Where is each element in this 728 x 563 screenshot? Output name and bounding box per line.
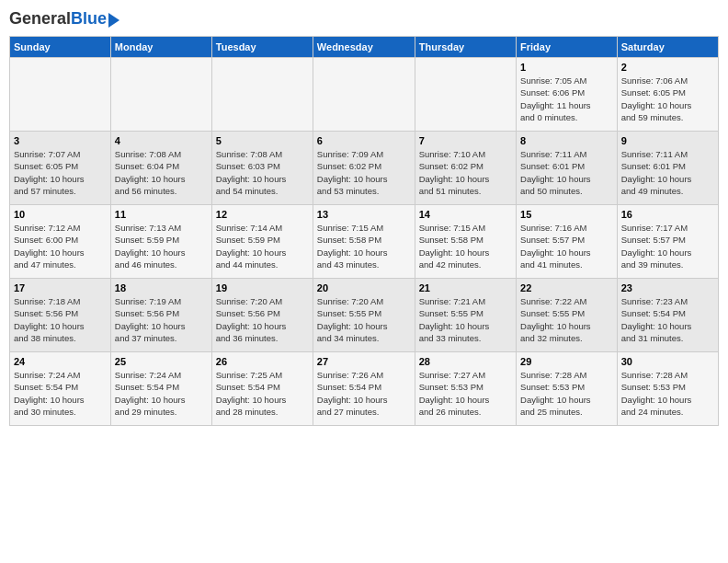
day-info: Sunrise: 7:22 AM Sunset: 5:55 PM Dayligh… bbox=[520, 295, 613, 344]
day-number: 11 bbox=[115, 209, 208, 220]
calendar-cell: 16Sunrise: 7:17 AM Sunset: 5:57 PM Dayli… bbox=[617, 205, 718, 279]
calendar-cell: 28Sunrise: 7:27 AM Sunset: 5:53 PM Dayli… bbox=[415, 352, 516, 426]
day-info: Sunrise: 7:06 AM Sunset: 6:05 PM Dayligh… bbox=[621, 75, 714, 123]
day-number: 24 bbox=[14, 356, 107, 367]
calendar-cell bbox=[211, 58, 313, 132]
col-header-tuesday: Tuesday bbox=[211, 37, 313, 58]
day-number: 21 bbox=[419, 282, 512, 293]
page-header: General Blue bbox=[9, 9, 719, 29]
logo-general-text: General bbox=[9, 9, 71, 29]
day-info: Sunrise: 7:28 AM Sunset: 5:53 PM Dayligh… bbox=[520, 369, 613, 418]
calendar-cell: 27Sunrise: 7:26 AM Sunset: 5:54 PM Dayli… bbox=[313, 352, 415, 426]
calendar-cell bbox=[110, 58, 211, 132]
calendar-cell: 9Sunrise: 7:11 AM Sunset: 6:01 PM Daylig… bbox=[617, 132, 718, 205]
day-number: 3 bbox=[14, 135, 107, 146]
day-number: 19 bbox=[216, 282, 309, 293]
calendar-cell: 1Sunrise: 7:05 AM Sunset: 6:06 PM Daylig… bbox=[517, 58, 618, 132]
calendar-cell: 24Sunrise: 7:24 AM Sunset: 5:54 PM Dayli… bbox=[10, 352, 111, 426]
calendar-cell: 11Sunrise: 7:13 AM Sunset: 5:59 PM Dayli… bbox=[110, 205, 211, 279]
day-number: 2 bbox=[621, 62, 714, 73]
day-info: Sunrise: 7:14 AM Sunset: 5:59 PM Dayligh… bbox=[216, 222, 309, 270]
day-number: 8 bbox=[520, 135, 613, 146]
day-info: Sunrise: 7:15 AM Sunset: 5:58 PM Dayligh… bbox=[419, 222, 512, 270]
day-number: 4 bbox=[115, 135, 208, 146]
calendar-cell bbox=[415, 58, 516, 132]
day-number: 9 bbox=[621, 135, 714, 146]
calendar-cell: 23Sunrise: 7:23 AM Sunset: 5:54 PM Dayli… bbox=[617, 279, 718, 352]
week-row-3: 17Sunrise: 7:18 AM Sunset: 5:56 PM Dayli… bbox=[10, 279, 719, 352]
col-header-thursday: Thursday bbox=[415, 37, 516, 58]
logo-arrow-icon bbox=[108, 13, 119, 28]
day-info: Sunrise: 7:26 AM Sunset: 5:54 PM Dayligh… bbox=[317, 369, 411, 418]
day-info: Sunrise: 7:08 AM Sunset: 6:03 PM Dayligh… bbox=[216, 148, 309, 197]
day-number: 5 bbox=[216, 135, 309, 146]
day-info: Sunrise: 7:24 AM Sunset: 5:54 PM Dayligh… bbox=[14, 369, 107, 418]
day-info: Sunrise: 7:20 AM Sunset: 5:56 PM Dayligh… bbox=[216, 295, 309, 344]
day-info: Sunrise: 7:08 AM Sunset: 6:04 PM Dayligh… bbox=[115, 148, 208, 197]
calendar-cell: 5Sunrise: 7:08 AM Sunset: 6:03 PM Daylig… bbox=[211, 132, 313, 205]
day-info: Sunrise: 7:20 AM Sunset: 5:55 PM Dayligh… bbox=[317, 295, 411, 344]
week-row-2: 10Sunrise: 7:12 AM Sunset: 6:00 PM Dayli… bbox=[10, 205, 719, 279]
day-number: 30 bbox=[621, 356, 714, 367]
calendar-cell bbox=[10, 58, 111, 132]
calendar-cell: 19Sunrise: 7:20 AM Sunset: 5:56 PM Dayli… bbox=[211, 279, 313, 352]
col-header-wednesday: Wednesday bbox=[313, 37, 415, 58]
col-header-friday: Friday bbox=[517, 37, 618, 58]
day-info: Sunrise: 7:11 AM Sunset: 6:01 PM Dayligh… bbox=[520, 148, 613, 197]
day-info: Sunrise: 7:28 AM Sunset: 5:53 PM Dayligh… bbox=[621, 369, 714, 418]
day-number: 26 bbox=[216, 356, 309, 367]
day-number: 16 bbox=[621, 209, 714, 220]
day-number: 7 bbox=[419, 135, 512, 146]
day-number: 15 bbox=[520, 209, 613, 220]
day-info: Sunrise: 7:09 AM Sunset: 6:02 PM Dayligh… bbox=[317, 148, 411, 197]
calendar-header-row: SundayMondayTuesdayWednesdayThursdayFrid… bbox=[10, 37, 719, 58]
calendar-cell: 13Sunrise: 7:15 AM Sunset: 5:58 PM Dayli… bbox=[313, 205, 415, 279]
calendar-table: SundayMondayTuesdayWednesdayThursdayFrid… bbox=[9, 36, 719, 426]
day-number: 25 bbox=[115, 356, 208, 367]
day-info: Sunrise: 7:17 AM Sunset: 5:57 PM Dayligh… bbox=[621, 222, 714, 270]
calendar-cell: 17Sunrise: 7:18 AM Sunset: 5:56 PM Dayli… bbox=[10, 279, 111, 352]
day-number: 28 bbox=[419, 356, 512, 367]
day-info: Sunrise: 7:21 AM Sunset: 5:55 PM Dayligh… bbox=[419, 295, 512, 344]
day-info: Sunrise: 7:25 AM Sunset: 5:54 PM Dayligh… bbox=[216, 369, 309, 418]
col-header-sunday: Sunday bbox=[10, 37, 111, 58]
day-number: 6 bbox=[317, 135, 411, 146]
calendar-cell: 12Sunrise: 7:14 AM Sunset: 5:59 PM Dayli… bbox=[211, 205, 313, 279]
day-number: 18 bbox=[115, 282, 208, 293]
calendar-cell: 21Sunrise: 7:21 AM Sunset: 5:55 PM Dayli… bbox=[415, 279, 516, 352]
logo-blue-text: Blue bbox=[71, 9, 107, 29]
calendar-cell: 7Sunrise: 7:10 AM Sunset: 6:02 PM Daylig… bbox=[415, 132, 516, 205]
calendar-cell: 22Sunrise: 7:22 AM Sunset: 5:55 PM Dayli… bbox=[517, 279, 618, 352]
calendar-cell bbox=[313, 58, 415, 132]
day-info: Sunrise: 7:13 AM Sunset: 5:59 PM Dayligh… bbox=[115, 222, 208, 270]
calendar-cell: 3Sunrise: 7:07 AM Sunset: 6:05 PM Daylig… bbox=[10, 132, 111, 205]
calendar-cell: 15Sunrise: 7:16 AM Sunset: 5:57 PM Dayli… bbox=[517, 205, 618, 279]
day-number: 23 bbox=[621, 282, 714, 293]
day-info: Sunrise: 7:07 AM Sunset: 6:05 PM Dayligh… bbox=[14, 148, 107, 197]
day-number: 20 bbox=[317, 282, 411, 293]
calendar-cell: 20Sunrise: 7:20 AM Sunset: 5:55 PM Dayli… bbox=[313, 279, 415, 352]
calendar-cell: 2Sunrise: 7:06 AM Sunset: 6:05 PM Daylig… bbox=[617, 58, 718, 132]
calendar-cell: 8Sunrise: 7:11 AM Sunset: 6:01 PM Daylig… bbox=[517, 132, 618, 205]
week-row-0: 1Sunrise: 7:05 AM Sunset: 6:06 PM Daylig… bbox=[10, 58, 719, 132]
calendar-cell: 4Sunrise: 7:08 AM Sunset: 6:04 PM Daylig… bbox=[110, 132, 211, 205]
day-info: Sunrise: 7:11 AM Sunset: 6:01 PM Dayligh… bbox=[621, 148, 714, 197]
day-info: Sunrise: 7:15 AM Sunset: 5:58 PM Dayligh… bbox=[317, 222, 411, 270]
logo: General Blue bbox=[9, 9, 119, 29]
day-number: 27 bbox=[317, 356, 411, 367]
col-header-saturday: Saturday bbox=[617, 37, 718, 58]
calendar-cell: 26Sunrise: 7:25 AM Sunset: 5:54 PM Dayli… bbox=[211, 352, 313, 426]
day-info: Sunrise: 7:16 AM Sunset: 5:57 PM Dayligh… bbox=[520, 222, 613, 270]
calendar-cell: 29Sunrise: 7:28 AM Sunset: 5:53 PM Dayli… bbox=[517, 352, 618, 426]
day-info: Sunrise: 7:18 AM Sunset: 5:56 PM Dayligh… bbox=[14, 295, 107, 344]
calendar-cell: 14Sunrise: 7:15 AM Sunset: 5:58 PM Dayli… bbox=[415, 205, 516, 279]
calendar-cell: 18Sunrise: 7:19 AM Sunset: 5:56 PM Dayli… bbox=[110, 279, 211, 352]
day-info: Sunrise: 7:12 AM Sunset: 6:00 PM Dayligh… bbox=[14, 222, 107, 270]
col-header-monday: Monday bbox=[110, 37, 211, 58]
day-info: Sunrise: 7:19 AM Sunset: 5:56 PM Dayligh… bbox=[115, 295, 208, 344]
day-number: 14 bbox=[419, 209, 512, 220]
calendar-cell: 6Sunrise: 7:09 AM Sunset: 6:02 PM Daylig… bbox=[313, 132, 415, 205]
day-number: 22 bbox=[520, 282, 613, 293]
calendar-cell: 10Sunrise: 7:12 AM Sunset: 6:00 PM Dayli… bbox=[10, 205, 111, 279]
day-info: Sunrise: 7:24 AM Sunset: 5:54 PM Dayligh… bbox=[115, 369, 208, 418]
